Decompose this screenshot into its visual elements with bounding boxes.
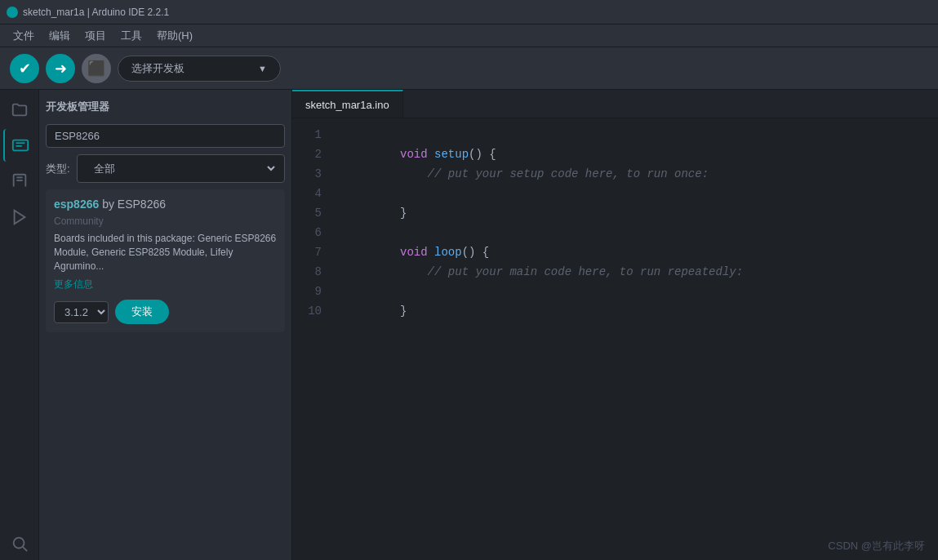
type-filter-select[interactable]: 全部	[84, 158, 278, 179]
package-name: esp8266 by ESP8266	[54, 198, 166, 211]
package-more-link[interactable]: 更多信息	[54, 278, 277, 291]
menu-edit[interactable]: 编辑	[42, 27, 77, 45]
package-actions: 3.1.2 3.1.1 3.1.0 安装	[54, 300, 277, 324]
code-line-6: void loop() {	[331, 223, 925, 242]
board-select-wrapper[interactable]: 选择开发板 ▼	[118, 56, 281, 82]
main-area: 开发板管理器 类型: 全部 esp8266 by ESP8266 Communi…	[0, 90, 938, 560]
window-title: sketch_mar1a | Arduino IDE 2.2.1	[23, 7, 169, 18]
sidebar-item-boards[interactable]	[3, 129, 36, 162]
verify-button[interactable]: ✔	[10, 54, 39, 83]
package-description: Boards included in this package: Generic…	[54, 232, 277, 273]
sidebar-item-library[interactable]	[3, 165, 36, 198]
code-line-4: }	[331, 184, 925, 203]
sidebar-item-debug[interactable]	[3, 201, 36, 233]
code-line-9: }	[331, 282, 925, 301]
filter-label: 类型:	[46, 162, 70, 176]
sidebar-title: 开发板管理器	[46, 96, 285, 118]
filter-row: 类型: 全部	[46, 154, 285, 183]
search-input[interactable]	[46, 124, 285, 148]
line-numbers: 1 2 3 4 5 6 7 8 9 10	[292, 125, 331, 553]
toolbar: ✔ ➜ ⬛ 选择开发板 ▼	[0, 47, 938, 90]
package-card: esp8266 by ESP8266 Community Boards incl…	[46, 189, 285, 332]
code-lines: void setup() { // put your setup code he…	[331, 125, 938, 553]
activity-bar	[0, 90, 39, 560]
upload-button[interactable]: ➜	[46, 54, 75, 83]
sidebar-panel: 开发板管理器 类型: 全部 esp8266 by ESP8266 Communi…	[39, 90, 292, 560]
sidebar-item-folder[interactable]	[3, 93, 36, 126]
menu-project[interactable]: 项目	[78, 27, 113, 45]
debug-button[interactable]: ⬛	[82, 54, 111, 83]
menu-help[interactable]: 帮助(H)	[150, 27, 199, 45]
editor-tab[interactable]: sketch_mar1a.ino	[292, 90, 403, 118]
code-line-5	[331, 203, 925, 223]
install-button[interactable]: 安装	[115, 300, 169, 324]
sidebar-item-search[interactable]	[3, 527, 36, 560]
menu-tools[interactable]: 工具	[114, 27, 149, 45]
board-select-label: 选择开发板	[131, 61, 184, 76]
tab-bar: sketch_mar1a.ino	[292, 90, 938, 118]
app-icon	[7, 7, 18, 18]
menu-bar: 文件 编辑 项目 工具 帮助(H)	[0, 24, 938, 47]
menu-file[interactable]: 文件	[7, 27, 41, 45]
title-bar: sketch_mar1a | Arduino IDE 2.2.1	[0, 0, 938, 24]
chevron-down-icon: ▼	[258, 64, 267, 73]
editor-area: sketch_mar1a.ino 1 2 3 4 5 6 7 8 9 10 vo…	[292, 90, 938, 560]
code-line-1: void setup() {	[331, 125, 925, 144]
svg-line-7	[23, 547, 27, 551]
package-community: Community	[54, 216, 277, 227]
svg-marker-5	[14, 211, 24, 224]
version-select[interactable]: 3.1.2 3.1.1 3.1.0	[54, 301, 109, 323]
watermark: CSDN @岂有此李呀	[828, 539, 925, 553]
code-line-10	[331, 301, 925, 321]
svg-point-6	[13, 538, 24, 549]
code-content[interactable]: 1 2 3 4 5 6 7 8 9 10 void setup() { // p…	[292, 118, 938, 560]
